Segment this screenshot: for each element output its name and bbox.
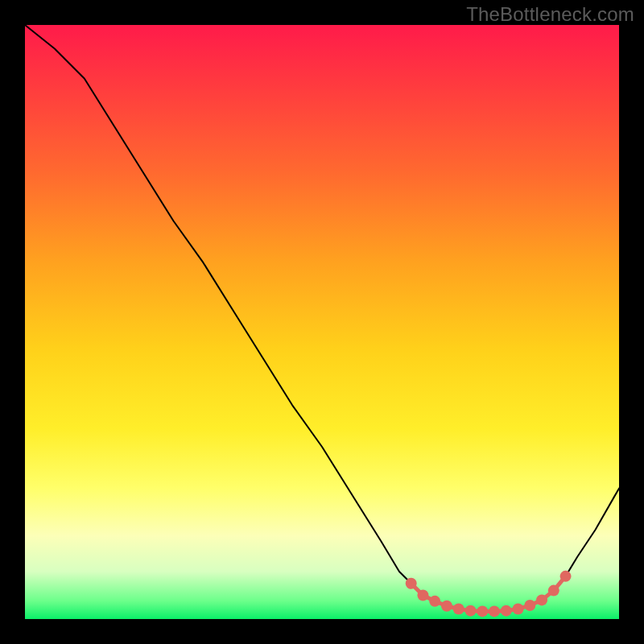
- marker-dot: [453, 603, 464, 614]
- marker-dot: [429, 596, 440, 607]
- marker-dot: [548, 585, 559, 597]
- watermark-text: TheBottleneck.com: [466, 3, 634, 26]
- marker-dot: [406, 578, 417, 589]
- marker-dot: [560, 571, 572, 582]
- marker-dot: [524, 600, 535, 611]
- marker-dot: [501, 605, 512, 617]
- chart-curve-path: [25, 25, 619, 611]
- marker-dot: [477, 605, 488, 617]
- marker-dot: [417, 589, 428, 601]
- chart-frame: TheBottleneck.com: [0, 0, 644, 644]
- line-chart-svg: [25, 25, 619, 619]
- marker-dot: [536, 594, 547, 605]
- marker-dot: [465, 605, 477, 617]
- marker-dot: [513, 603, 524, 614]
- marker-dot: [489, 605, 500, 617]
- marker-dot: [441, 601, 452, 612]
